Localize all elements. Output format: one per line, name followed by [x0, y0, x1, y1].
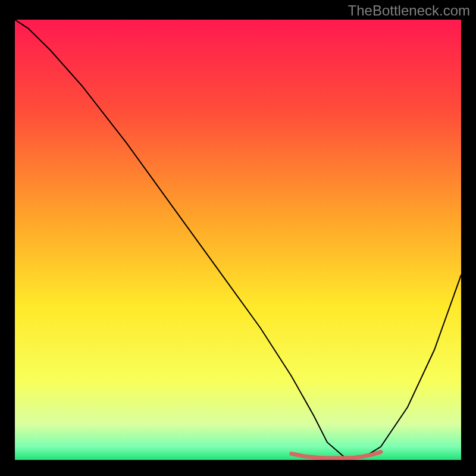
chart-container: TheBottleneck.com	[0, 0, 476, 476]
chart-svg	[15, 20, 461, 460]
attribution-watermark: TheBottleneck.com	[348, 2, 470, 19]
plot-area	[15, 20, 461, 460]
